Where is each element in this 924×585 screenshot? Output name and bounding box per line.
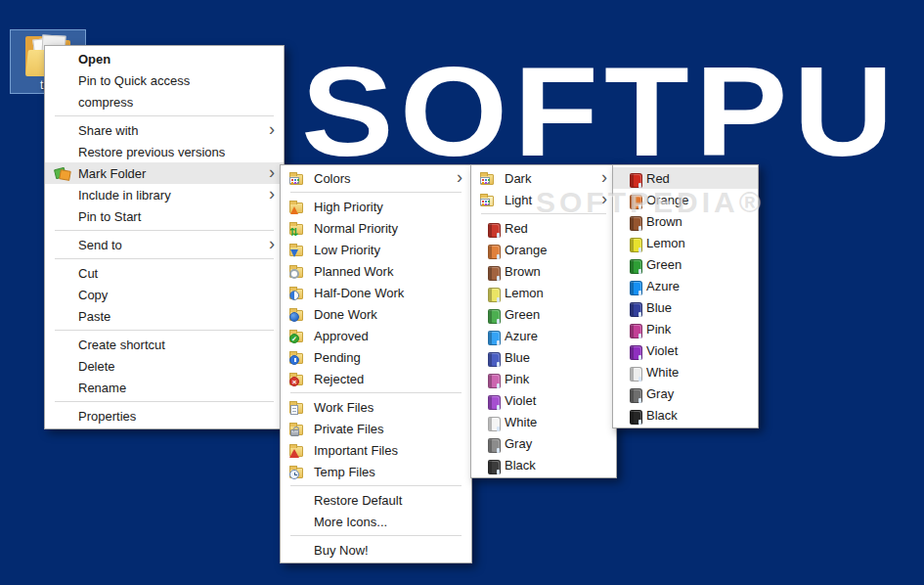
color-folder-icon [480, 242, 496, 257]
menu-item-label: Create shortcut [78, 338, 165, 352]
menu-item-restore-previous-versions[interactable]: Restore previous versions [45, 141, 284, 162]
menu-item-green[interactable]: Green [471, 303, 616, 325]
menu-separator [281, 482, 471, 489]
menu-item-brown[interactable]: Brown [471, 260, 616, 282]
color-folder-icon [622, 407, 638, 423]
menu-item-label: Delete [78, 359, 115, 374]
color-folder-icon [622, 278, 638, 293]
menu-item-label: Rename [78, 381, 126, 395]
menu-item-brown[interactable]: Brown [613, 210, 758, 232]
mark-folder-submenu: Colors›High Priority⇅Normal PriorityLow … [280, 164, 472, 563]
submenu-arrow-icon: › [269, 161, 275, 183]
menu-item-orange[interactable]: Orange [471, 239, 616, 260]
color-folder-icon [480, 371, 496, 386]
menu-item-more-icons[interactable]: More Icons... [281, 511, 471, 532]
menu-item-pink[interactable]: Pink [471, 368, 616, 389]
color-folder-icon [622, 213, 638, 229]
menu-item-gray[interactable]: Gray [471, 432, 616, 454]
menu-item-white[interactable]: White [471, 411, 616, 432]
color-folder-icon [622, 321, 638, 337]
menu-separator [45, 398, 284, 405]
menu-item-done-work[interactable]: Done Work [281, 303, 471, 325]
menu-item-label: White [505, 415, 537, 429]
menu-item-mark-folder[interactable]: Mark Folder› [45, 162, 284, 184]
menu-item-label: Gray [646, 386, 674, 401]
menu-item-label: Violet [505, 393, 536, 408]
menu-item-label: Black [646, 408, 678, 423]
menu-item-white[interactable]: White [613, 361, 758, 382]
submenu-arrow-icon: › [601, 166, 607, 188]
menu-item-blue[interactable]: Blue [471, 346, 616, 368]
menu-item-black[interactable]: Black [471, 454, 616, 475]
menu-item-properties[interactable]: Properties [45, 405, 284, 427]
menu-item-pin-to-start[interactable]: Pin to Start [45, 205, 284, 227]
dark-colors-submenu: RedOrangeBrownLemonGreenAzureBluePinkVio… [612, 164, 759, 428]
submenu-arrow-icon: › [269, 233, 275, 254]
menu-item-label: Brown [505, 264, 541, 279]
menu-item-rename[interactable]: Rename [45, 377, 284, 398]
menu-item-orange[interactable]: Orange [613, 189, 758, 210]
menu-item-dark[interactable]: Dark› [471, 167, 616, 189]
menu-item-planned-work[interactable]: Planned Work [281, 260, 471, 282]
menu-item-label: Done Work [314, 307, 377, 322]
menu-item-low-priority[interactable]: Low Priority [281, 239, 471, 260]
menu-item-normal-priority[interactable]: ⇅Normal Priority [281, 217, 471, 239]
menu-item-share-with[interactable]: Share with› [45, 119, 284, 141]
menu-item-work-files[interactable]: Work Files [281, 396, 471, 418]
menu-item-important-files[interactable]: Important Files [281, 439, 471, 461]
menu-item-label: Green [505, 307, 540, 322]
menu-item-copy[interactable]: Copy [45, 284, 284, 305]
menu-item-compress[interactable]: compress [45, 91, 284, 112]
menu-item-azure[interactable]: Azure [613, 275, 758, 296]
menu-item-green[interactable]: Green [613, 253, 758, 275]
menu-item-cut[interactable]: Cut [45, 262, 284, 284]
menu-item-pending[interactable]: Pending [281, 346, 471, 368]
menu-item-delete[interactable]: Delete [45, 355, 284, 377]
menu-item-colors[interactable]: Colors› [281, 167, 471, 189]
work-files-icon [289, 399, 305, 415]
menu-item-buy-now[interactable]: Buy Now! [281, 539, 471, 561]
menu-item-label: Pink [646, 322, 671, 337]
color-folder-icon [480, 349, 496, 365]
menu-item-label: Private Files [314, 422, 384, 436]
menu-item-gray[interactable]: Gray [613, 382, 758, 404]
menu-item-half-done-work[interactable]: Half-Done Work [281, 282, 471, 303]
dark-palette-icon [480, 170, 496, 186]
menu-item-black[interactable]: Black [613, 404, 758, 426]
menu-item-label: More Icons... [314, 515, 387, 529]
colors-submenu: Dark›Light›RedOrangeBrownLemonGreenAzure… [470, 164, 617, 478]
menu-item-include-in-library[interactable]: Include in library› [45, 184, 284, 205]
menu-item-private-files[interactable]: Private Files [281, 418, 471, 439]
menu-item-high-priority[interactable]: High Priority [281, 196, 471, 217]
color-folder-icon [622, 364, 638, 380]
half-done-work-icon [289, 285, 305, 300]
menu-item-paste[interactable]: Paste [45, 305, 284, 327]
menu-item-light[interactable]: Light› [471, 189, 616, 210]
light-palette-icon [480, 192, 496, 207]
menu-item-approved[interactable]: Approved [281, 325, 471, 346]
menu-separator [471, 210, 616, 217]
menu-item-violet[interactable]: Violet [613, 339, 758, 361]
menu-item-rejected[interactable]: Rejected [281, 368, 471, 389]
menu-item-pink[interactable]: Pink [613, 318, 758, 339]
color-folder-icon [480, 285, 496, 300]
menu-item-label: Properties [78, 409, 136, 424]
menu-item-red[interactable]: Red [613, 167, 758, 189]
menu-item-red[interactable]: Red [471, 217, 616, 239]
menu-item-pin-to-quick-access[interactable]: Pin to Quick access [45, 69, 284, 91]
menu-item-send-to[interactable]: Send to› [45, 234, 284, 255]
menu-item-violet[interactable]: Violet [471, 389, 616, 411]
menu-item-azure[interactable]: Azure [471, 325, 616, 346]
menu-item-lemon[interactable]: Lemon [613, 232, 758, 253]
menu-item-blue[interactable]: Blue [613, 296, 758, 318]
menu-item-create-shortcut[interactable]: Create shortcut [45, 334, 284, 355]
color-folder-icon [480, 392, 496, 408]
menu-item-label: Green [646, 257, 682, 272]
menu-item-restore-default[interactable]: Restore Default [281, 489, 471, 511]
planned-work-icon [289, 263, 305, 279]
menu-item-label: Share with [78, 123, 138, 138]
mark-folder-icon [54, 165, 69, 181]
menu-item-open[interactable]: Open [45, 48, 284, 69]
menu-item-temp-files[interactable]: Temp Files [281, 461, 471, 482]
menu-item-lemon[interactable]: Lemon [471, 282, 616, 303]
